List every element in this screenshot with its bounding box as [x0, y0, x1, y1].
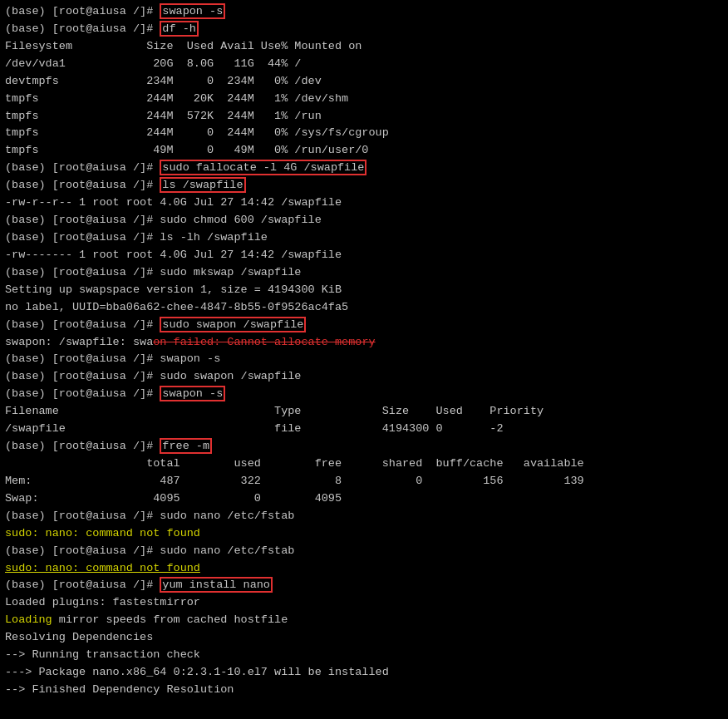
strikethrough-text: on failed: Cannot allocate memory — [153, 336, 375, 348]
line-30: (base) [root@aiusa /]# sudo nano /etc/fs… — [5, 508, 723, 525]
line-28: Mem: 487 322 8 0 156 139 — [5, 473, 723, 490]
line-11: (base) [root@aiusa /]# ls /swapfile — [5, 177, 723, 195]
line-18: no label, UUID=bba06a62-chee-4847-8b55-0… — [5, 299, 723, 317]
cmd-free-m: free -m — [160, 438, 212, 454]
line-12: -rw-r--r-- 1 root root 4.0G Jul 27 14:42… — [5, 195, 723, 212]
line-34: (base) [root@aiusa /]# yum install nano — [5, 577, 723, 594]
line-9: tmpfs 49M 0 49M 0% /run/user/0 — [5, 142, 723, 160]
line-19: (base) [root@aiusa /]# sudo swapon /swap… — [5, 317, 723, 334]
cmd-swapon-swapfile-1: sudo swapon /swapfile — [160, 317, 306, 332]
line-36: Loading mirror speeds from cached hostfi… — [5, 612, 723, 629]
line-8: tmpfs 244M 0 244M 0% /sys/fs/cgroup — [5, 125, 723, 142]
terminal-window: (base) [root@aiusa /]# swapon -s (base) … — [0, 0, 728, 719]
line-21: (base) [root@aiusa /]# swapon -s — [5, 351, 723, 368]
line-4: /dev/vda1 20G 8.0G 11G 44% / — [5, 56, 723, 73]
line-13: (base) [root@aiusa /]# sudo chmod 600 /s… — [5, 212, 723, 229]
line-38: --> Running transaction check — [5, 647, 723, 664]
line-14: (base) [root@aiusa /]# ls -lh /swapfile — [5, 229, 723, 247]
cmd-swapon-s-1: swapon -s — [160, 3, 225, 19]
line-41 — [5, 699, 723, 717]
cmd-yum-install-nano: yum install nano — [160, 577, 273, 593]
line-10: (base) [root@aiusa /]# sudo fallocate -l… — [5, 160, 723, 177]
error-text-2: sudo: nano: command not found — [5, 562, 200, 574]
line-37: Resolving Dependencies — [5, 629, 723, 647]
line-26: (base) [root@aiusa /]# free -m — [5, 438, 723, 456]
error-text-1: sudo: nano: command not found — [5, 527, 200, 539]
line-25: /swapfile file 4194300 0 -2 — [5, 421, 723, 438]
line-3: Filesystem Size Used Avail Use% Mounted … — [5, 38, 723, 56]
line-15: -rw------- 1 root root 4.0G Jul 27 14:42… — [5, 247, 723, 264]
line-5: devtmpfs 234M 0 234M 0% /dev — [5, 73, 723, 91]
line-16: (base) [root@aiusa /]# sudo mkswap /swap… — [5, 264, 723, 282]
line-31: sudo: nano: command not found — [5, 525, 723, 543]
cmd-ls-swapfile: ls /swapfile — [160, 177, 245, 193]
line-40: --> Finished Dependency Resolution — [5, 682, 723, 699]
line-1: (base) [root@aiusa /]# swapon -s — [5, 3, 723, 21]
cmd-swapon-s-2: swapon -s — [160, 386, 225, 401]
line-29: Swap: 4095 0 4095 — [5, 490, 723, 508]
line-33: sudo: nano: command not found — [5, 560, 723, 578]
line-23: (base) [root@aiusa /]# swapon -s — [5, 386, 723, 403]
line-32: (base) [root@aiusa /]# sudo nano /etc/fs… — [5, 543, 723, 560]
line-17: Setting up swapspace version 1, size = 4… — [5, 282, 723, 299]
line-20: swapon: /swapfile: swaon failed: Cannot … — [5, 334, 723, 352]
line-2: (base) [root@aiusa /]# df -h — [5, 21, 723, 38]
line-6: tmpfs 244M 20K 244M 1% /dev/shm — [5, 91, 723, 108]
line-39: ---> Package nano.x86_64 0:2.3.1-10.el7 … — [5, 664, 723, 682]
line-27: total used free shared buff/cache availa… — [5, 456, 723, 473]
cmd-df-h: df -h — [160, 21, 199, 37]
line-7: tmpfs 244M 572K 244M 1% /run — [5, 108, 723, 126]
cmd-fallocate: sudo fallocate -l 4G /swapfile — [160, 160, 366, 175]
line-35: Loaded plugins: fastestmirror — [5, 594, 723, 612]
line-22: (base) [root@aiusa /]# sudo swapon /swap… — [5, 368, 723, 386]
loading-word: Loading — [5, 613, 52, 626]
line-24: Filename Type Size Used Priority — [5, 403, 723, 421]
